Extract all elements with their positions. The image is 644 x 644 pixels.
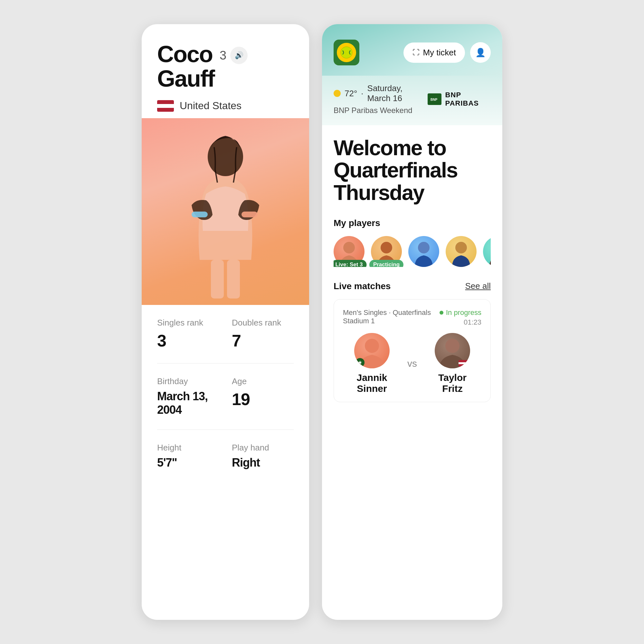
svg-rect-2 — [241, 212, 258, 217]
live-badge-1: Live: Set 3 — [334, 260, 367, 267]
bnp-open-logo — [334, 40, 359, 65]
svg-rect-3 — [211, 260, 224, 298]
bnp-sponsor: BNP BNP PARIBAS — [428, 91, 491, 108]
player-avatar-3[interactable] — [408, 236, 439, 267]
birthday-label: Birthday — [157, 376, 219, 386]
sun-icon — [334, 90, 341, 97]
left-phone-card: Coco Gauff 3 🔊 United States — [142, 24, 309, 620]
svg-point-10 — [418, 242, 430, 253]
birthday-stat: Birthday March 13, 2004 — [157, 376, 219, 417]
my-players-row: Live: Set 3 Practicing — [334, 236, 491, 267]
birthday-value: March 13, 2004 — [157, 390, 219, 417]
avatar-image-5 — [483, 236, 491, 267]
player-avatar-2[interactable]: Practicing — [371, 236, 402, 267]
age-label: Age — [232, 376, 294, 386]
play-hand-value: Right — [232, 456, 294, 469]
svg-point-11 — [455, 242, 467, 253]
player-header: Coco Gauff 3 🔊 United States — [142, 24, 309, 118]
profile-button[interactable]: 👤 — [470, 42, 491, 63]
match-players: ★ Jannik Sinner vs — [343, 333, 481, 394]
singles-rank-stat: Singles rank 3 — [157, 318, 219, 350]
match-card: Men's Singles · Quaterfinals Stadium 1 I… — [334, 299, 491, 402]
match-player2-name: Taylor Fritz — [438, 372, 467, 394]
in-progress-status: In progress — [446, 308, 481, 317]
avatar-image-3 — [408, 236, 439, 267]
header-actions: ⛶ My ticket 👤 — [403, 42, 491, 63]
svg-rect-1 — [192, 212, 208, 217]
main-content: Welcome to Quarterfinals Thursday My pla… — [322, 125, 502, 620]
live-matches-header: Live matches See all — [334, 281, 491, 291]
match-type: Men's Singles · Quaterfinals — [343, 308, 431, 317]
player-first-name: Coco — [157, 41, 213, 67]
weather-row: 72° · Saturday, March 16 — [334, 83, 428, 103]
doubles-rank-label: Doubles rank — [232, 318, 294, 328]
birthday-age-row: Birthday March 13, 2004 Age 19 — [157, 364, 294, 430]
practicing-badge: Practicing — [369, 260, 403, 267]
match-player-2: Taylor Fritz — [423, 333, 481, 394]
player-avatar-5[interactable] — [483, 236, 491, 267]
svg-point-9 — [381, 242, 392, 253]
singles-rank-value: 3 — [157, 331, 219, 350]
svg-point-8 — [343, 242, 355, 253]
sound-icon: 🔊 — [235, 51, 243, 60]
height-stat: Height 5'7" — [157, 443, 219, 469]
play-hand-label: Play hand — [232, 443, 294, 453]
user-icon: 👤 — [475, 48, 486, 58]
match-player-1: ★ Jannik Sinner — [343, 333, 401, 394]
event-date: Saturday, March 16 — [367, 83, 428, 103]
stats-section: Singles rank 3 Doubles rank 7 Birthday M… — [142, 305, 309, 482]
event-name: BNP Paribas Weekend — [334, 106, 428, 115]
right-phone-card: ⛶ My ticket 👤 72° · Saturday, March 16 B… — [322, 24, 502, 620]
match-meta: Men's Singles · Quaterfinals Stadium 1 I… — [343, 308, 481, 327]
tennis-ball-icon — [340, 46, 353, 59]
country-row: United States — [157, 100, 294, 112]
player-image-area — [142, 118, 309, 305]
match-player1-avatar: ★ — [354, 333, 390, 368]
bnp-sponsor-name: BNP PARIBAS — [445, 91, 491, 108]
country-name: United States — [180, 100, 241, 112]
match-player2-avatar — [435, 333, 470, 368]
bnp-logo-icon: BNP — [429, 95, 440, 103]
event-info: 72° · Saturday, March 16 BNP Paribas Wee… — [322, 76, 502, 125]
temperature: 72° — [345, 89, 357, 99]
player-last-name: Gauff — [157, 66, 214, 91]
svg-point-5 — [341, 47, 352, 58]
live-indicator-dot — [440, 311, 443, 315]
my-players-label: My players — [334, 218, 491, 228]
player-avatar-1[interactable]: Live: Set 3 — [334, 236, 365, 267]
match-player1-name: Jannik Sinner — [356, 372, 387, 394]
play-hand-stat: Play hand Right — [232, 443, 294, 469]
welcome-heading: Welcome to Quarterfinals Thursday — [334, 137, 491, 204]
singles-rank-label: Singles rank — [157, 318, 219, 328]
player-rank: 3 — [220, 49, 226, 62]
scan-icon: ⛶ — [412, 48, 420, 57]
svg-rect-4 — [227, 260, 240, 298]
svg-point-13 — [365, 339, 379, 353]
player2-flag — [459, 360, 468, 366]
match-status: In progress 01:23 — [440, 308, 481, 327]
player-name: Coco Gauff — [157, 42, 214, 91]
sound-button[interactable]: 🔊 — [230, 47, 248, 64]
player-avatar-4[interactable] — [446, 236, 477, 267]
match-venue: Stadium 1 — [343, 317, 431, 325]
rank-stats-row: Singles rank 3 Doubles rank 7 — [157, 305, 294, 364]
player-silhouette — [164, 131, 287, 305]
svg-point-14 — [445, 339, 459, 353]
doubles-rank-stat: Doubles rank 7 — [232, 318, 294, 350]
doubles-rank-value: 7 — [232, 331, 294, 350]
vs-text: vs — [407, 358, 417, 369]
height-hand-row: Height 5'7" Play hand Right — [157, 430, 294, 482]
ticket-btn-label: My ticket — [423, 48, 456, 58]
my-ticket-button[interactable]: ⛶ My ticket — [403, 43, 465, 63]
age-value: 19 — [232, 390, 294, 409]
us-flag — [157, 100, 174, 112]
height-value: 5'7" — [157, 456, 219, 469]
svg-text:BNP: BNP — [431, 98, 437, 101]
weather-date: 72° · Saturday, March 16 BNP Paribas Wee… — [334, 83, 428, 115]
age-stat: Age 19 — [232, 376, 294, 417]
see-all-button[interactable]: See all — [465, 281, 491, 291]
match-time: 01:23 — [440, 318, 481, 327]
bnp-green-logo: BNP — [428, 93, 441, 105]
live-matches-label: Live matches — [334, 281, 391, 291]
avatar-image-4 — [446, 236, 477, 267]
